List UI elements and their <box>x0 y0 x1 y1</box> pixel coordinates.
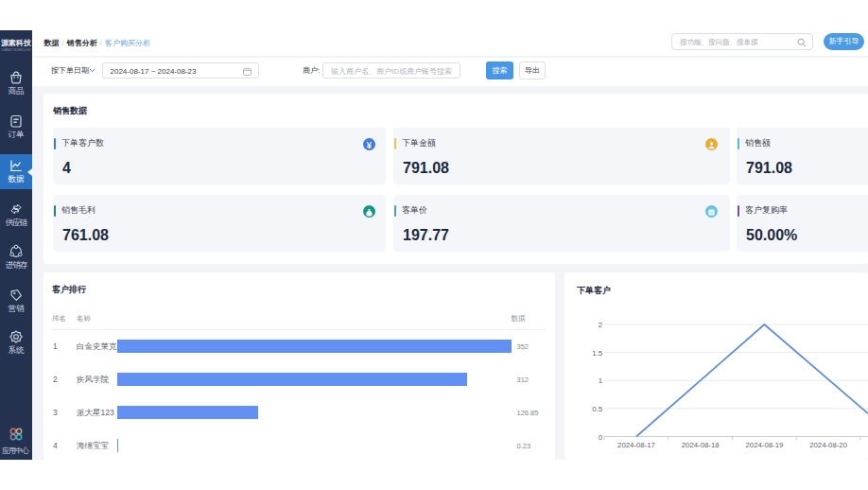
svg-text:1: 1 <box>599 376 602 385</box>
svg-text:2: 2 <box>599 321 602 329</box>
svg-text:1.5: 1.5 <box>592 349 603 358</box>
svg-text:2024-08-18: 2024-08-18 <box>682 441 720 449</box>
svg-text:2024-08-20: 2024-08-20 <box>809 441 848 449</box>
svg-text:2024-08-19: 2024-08-19 <box>745 441 783 449</box>
svg-text:0.5: 0.5 <box>592 405 603 413</box>
svg-text:0: 0 <box>599 433 603 442</box>
svg-text:2024-08-17: 2024-08-17 <box>617 441 655 449</box>
